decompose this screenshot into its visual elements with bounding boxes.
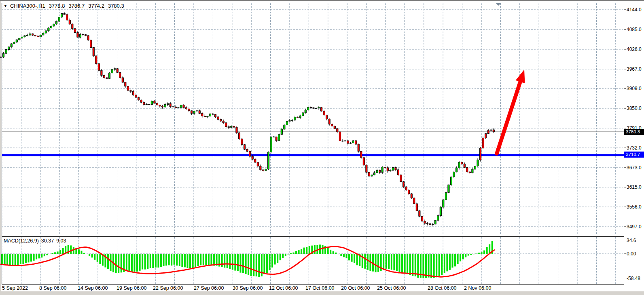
candle-bull xyxy=(390,171,391,171)
candle-bull xyxy=(231,126,232,127)
macd-histogram-bar xyxy=(89,254,90,256)
time-axis-label[interactable]: 25 Oct 06:00 xyxy=(377,285,406,291)
candle-bear xyxy=(387,168,388,171)
trend-arrow-head[interactable] xyxy=(516,70,525,83)
time-axis-label[interactable]: 8 Sep 06:00 xyxy=(39,285,66,291)
macd-histogram-bar xyxy=(25,254,27,263)
price-tick-label: 3556.0 xyxy=(627,204,642,210)
candle-bear xyxy=(32,34,34,36)
macd-histogram-bar xyxy=(81,251,83,254)
candle-bull xyxy=(265,169,267,171)
candle-bear xyxy=(469,172,470,173)
macd-histogram-bar xyxy=(256,254,257,276)
candle-bear xyxy=(487,131,489,134)
time-axis-label[interactable]: 27 Sep 06:00 xyxy=(194,285,224,291)
macd-histogram-bar xyxy=(234,254,236,271)
macd-histogram-bar xyxy=(9,254,11,265)
macd-histogram-bar xyxy=(248,254,249,275)
candle-bear xyxy=(424,221,426,223)
candle-bull xyxy=(458,162,460,168)
macd-histogram-bar xyxy=(441,254,443,275)
candle-bear xyxy=(411,194,412,198)
ohlc-low: 3774.2 xyxy=(88,3,104,9)
candle-bear xyxy=(395,167,396,169)
candle-bull xyxy=(50,26,52,28)
price-tick-label: 3673.0 xyxy=(627,165,642,171)
price-tick-label: 3850.0 xyxy=(627,105,642,111)
time-axis-label[interactable]: 12 Oct 06:00 xyxy=(269,285,298,291)
macd-histogram-bar xyxy=(383,254,384,270)
macd-histogram-bar xyxy=(168,254,170,265)
macd-histogram-bar xyxy=(271,254,273,268)
macd-histogram-bar xyxy=(367,254,369,270)
candle-bull xyxy=(164,105,166,107)
macd-histogram-bar xyxy=(250,254,252,276)
macd-histogram-bar xyxy=(475,254,477,254)
candle-bull xyxy=(307,107,309,110)
candle-bull xyxy=(26,35,28,36)
macd-histogram-bar xyxy=(157,254,159,268)
candle-bear xyxy=(326,115,328,119)
candle-bull xyxy=(267,152,269,169)
time-axis-label[interactable]: 22 Sep 06:00 xyxy=(153,285,183,291)
candle-bull xyxy=(305,110,306,113)
macd-histogram-bar xyxy=(473,254,475,254)
macd-histogram-bar xyxy=(468,254,469,256)
time-axis-label[interactable]: 17 Oct 06:00 xyxy=(305,285,335,291)
macd-signal-value: 9.03 xyxy=(56,238,66,244)
macd-histogram-bar xyxy=(205,254,207,265)
candle-bear xyxy=(72,24,73,29)
macd-histogram-bar xyxy=(17,254,19,265)
candle-bull xyxy=(437,216,439,221)
time-axis-label[interactable]: 14 Sep 06:00 xyxy=(78,285,108,291)
candle-bear xyxy=(249,152,251,156)
candle-bull xyxy=(2,53,4,57)
candle-bull xyxy=(352,141,354,143)
time-axis-label[interactable]: 5 Sep 2022 xyxy=(2,285,28,291)
macd-histogram-bar xyxy=(229,254,231,269)
macd-histogram-bar xyxy=(396,254,398,271)
candle-bear xyxy=(413,198,415,204)
macd-histogram-bar xyxy=(62,248,64,254)
time-axis-label[interactable]: 2 Nov 06:00 xyxy=(464,285,491,291)
candle-bear xyxy=(125,82,126,86)
chart-canvas[interactable]: 4144.04085.04026.03967.03909.03850.03791… xyxy=(0,0,644,295)
candle-bull xyxy=(24,36,25,37)
macd-histogram-bar xyxy=(415,254,416,276)
candle-bull xyxy=(13,42,15,44)
candle-bull xyxy=(302,113,304,116)
candle-bear xyxy=(342,141,343,141)
macd-histogram-bar xyxy=(470,254,472,255)
time-axis-label[interactable]: 30 Sep 06:00 xyxy=(233,285,263,291)
candle-bear xyxy=(130,91,131,91)
time-axis-label[interactable]: 28 Oct 06:00 xyxy=(428,285,457,291)
hline-price-box[interactable]: 3710.7 xyxy=(624,152,644,158)
candle-bull xyxy=(291,120,293,120)
candle-bear xyxy=(254,159,256,162)
candle-bear xyxy=(37,36,39,37)
time-axis-label[interactable]: 19 Sep 06:00 xyxy=(117,285,146,291)
candle-bear xyxy=(156,103,158,105)
macd-histogram-bar xyxy=(330,250,331,254)
macd-histogram-bar xyxy=(478,253,480,254)
candle-bull xyxy=(289,120,290,121)
candle-bull xyxy=(58,17,60,21)
time-axis-label[interactable]: 20 Oct 06:00 xyxy=(341,285,370,291)
macd-histogram-bar xyxy=(78,249,80,254)
macd-histogram-bar xyxy=(393,254,395,270)
candle-bull xyxy=(79,34,81,37)
candle-bull xyxy=(318,107,320,108)
candle-bear xyxy=(132,91,134,95)
candle-bull xyxy=(350,143,352,143)
macd-histogram-bar xyxy=(343,254,345,257)
chart-window[interactable]: 4144.04085.04026.03967.03909.03850.03791… xyxy=(0,0,644,295)
macd-histogram-bar xyxy=(147,254,148,269)
candle-bear xyxy=(217,117,219,119)
candle-bear xyxy=(275,137,277,141)
ohlc-high: 3786.7 xyxy=(68,3,85,9)
candle-bull xyxy=(55,21,57,24)
macd-histogram-bar xyxy=(444,254,445,273)
candle-bear xyxy=(426,223,428,224)
macd-histogram-bar xyxy=(6,254,8,265)
symbol-dropdown-icon[interactable]: ▼ xyxy=(4,4,7,8)
